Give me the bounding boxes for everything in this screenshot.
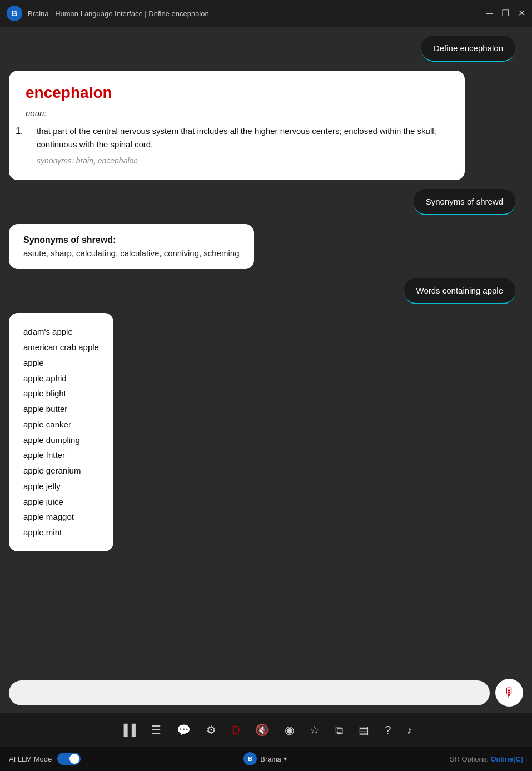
list-item: american crab apple xyxy=(23,340,99,355)
words-list: adam's appleamerican crab appleappleappl… xyxy=(23,324,99,540)
menu-icon[interactable]: ☰ xyxy=(151,723,161,737)
app-logo: B xyxy=(7,6,22,21)
ai-mode-toggle[interactable] xyxy=(57,753,81,765)
toggle-thumb xyxy=(69,754,79,764)
list-item: apple fritter xyxy=(23,447,99,463)
help-icon[interactable]: ? xyxy=(385,724,391,737)
minimize-button[interactable]: ─ xyxy=(486,9,493,18)
mic-icon: 🎙 xyxy=(503,685,515,700)
list-item: apple juice xyxy=(23,494,99,510)
user-bubble-synonyms-text: Synonyms of shrewd xyxy=(426,197,503,206)
list-item: apple xyxy=(23,355,99,371)
synonyms-card-list: astute, sharp, calculating, calculative,… xyxy=(23,248,240,258)
user-bubble-words-text: Words containing apple xyxy=(416,286,504,295)
ai-mode-label: AI LLM Mode xyxy=(9,755,52,763)
definition-card: encephalon noun: that part of the centra… xyxy=(9,71,465,180)
titlebar: B Braina - Human Language Interface | De… xyxy=(0,0,532,27)
list-item: apple canker xyxy=(23,417,99,432)
user-bubble-define-text: Define encephalon xyxy=(434,43,503,53)
star-icon[interactable]: ☆ xyxy=(310,723,320,737)
pause-icon[interactable]: ▐▐ xyxy=(120,724,136,737)
settings-icon[interactable]: ⚙ xyxy=(206,723,216,737)
list-item: apple aphid xyxy=(23,371,99,386)
braina-dropdown-arrow[interactable]: ▾ xyxy=(284,755,287,763)
statusbar: AI LLM Mode B Braina ▾ SR Options: Onlin… xyxy=(0,747,532,771)
list-item: apple blight xyxy=(23,386,99,401)
dict-icon[interactable]: D xyxy=(232,724,240,737)
list-item: apple mint xyxy=(23,525,99,540)
braina-name-label: Braina xyxy=(260,755,281,763)
music-icon[interactable]: ♪ xyxy=(406,724,412,737)
list-item: apple geranium xyxy=(23,463,99,479)
words-card: adam's appleamerican crab appleappleappl… xyxy=(9,313,113,551)
list-item: apple butter xyxy=(23,401,99,417)
braina-logo-small: B xyxy=(243,752,257,765)
sr-options-label: SR Options: Online(C) xyxy=(450,755,523,763)
user-bubble-define: Define encephalon xyxy=(421,36,515,62)
mute-icon[interactable]: 🔇 xyxy=(255,723,269,737)
mic-button[interactable]: 🎙 xyxy=(495,679,523,707)
list-item: apple dumpling xyxy=(23,432,99,448)
synonyms-line: synonyms: brain, encephalon xyxy=(37,155,448,167)
defined-word: encephalon xyxy=(26,84,448,102)
synonyms-card-title: Synonyms of shrewd: xyxy=(23,235,240,245)
chat-icon[interactable]: 💬 xyxy=(177,723,191,737)
user-bubble-synonyms: Synonyms of shrewd xyxy=(414,189,515,215)
toolbar: ▐▐ ☰ 💬 ⚙ D 🔇 ◉ ☆ ⧉ ▤ ? ♪ xyxy=(0,713,532,747)
search-input[interactable] xyxy=(9,680,490,705)
input-area: 🎙 xyxy=(0,672,532,713)
window-title: Braina - Human Language Interface | Defi… xyxy=(28,9,486,18)
part-of-speech: noun: xyxy=(26,108,448,118)
definition-text: that part of the central nervous system … xyxy=(37,125,448,167)
list-item: apple jelly xyxy=(23,479,99,494)
list-item: apple maggot xyxy=(23,509,99,525)
chat-area: Define encephalon encephalon noun: that … xyxy=(0,27,532,672)
user-bubble-words: Words containing apple xyxy=(404,278,516,304)
synonyms-card: Synonyms of shrewd: astute, sharp, calcu… xyxy=(9,224,254,269)
window-controls: ─ ☐ ✕ xyxy=(486,9,525,18)
sr-link[interactable]: Online(C) xyxy=(491,755,524,763)
copy-icon[interactable]: ⧉ xyxy=(335,724,343,737)
list-icon[interactable]: ▤ xyxy=(359,723,369,737)
maximize-button[interactable]: ☐ xyxy=(501,9,509,18)
close-button[interactable]: ✕ xyxy=(518,9,525,18)
list-item: adam's apple xyxy=(23,324,99,340)
eye-icon[interactable]: ◉ xyxy=(285,723,294,737)
